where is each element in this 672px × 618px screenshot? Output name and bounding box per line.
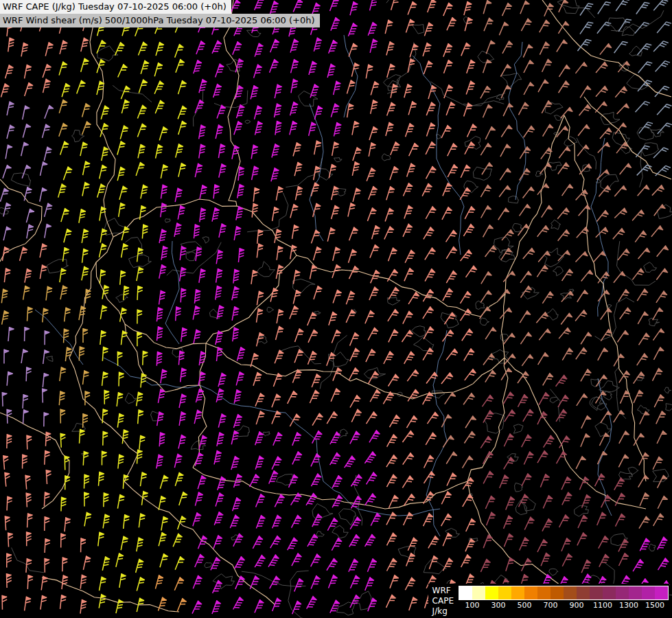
barb-staff — [615, 493, 626, 508]
wind-barb — [387, 533, 398, 548]
wind-barb — [368, 328, 379, 343]
barb-staff — [292, 451, 303, 466]
barb-staff — [503, 271, 516, 285]
legend-scale: 100300500700900110013001500 — [459, 586, 669, 611]
wind-barb — [446, 349, 459, 363]
wind-barb — [370, 244, 380, 260]
wind-barb — [1, 288, 8, 304]
barb-staff — [461, 291, 472, 306]
barb-staff — [558, 162, 570, 176]
wind-barb — [391, 84, 398, 99]
wind-barb — [3, 455, 10, 470]
wind-barb — [102, 147, 109, 162]
wind-barb — [333, 247, 341, 262]
wind-barb — [216, 347, 223, 362]
wind-barb — [559, 147, 572, 161]
wind-barb — [638, 475, 650, 490]
wind-barb — [193, 575, 203, 591]
cape-contour — [191, 440, 206, 450]
wind-barb — [43, 64, 52, 79]
wind-barb — [257, 229, 264, 244]
wind-barb — [20, 247, 29, 262]
wind-barb — [332, 330, 342, 345]
barb-staff — [540, 20, 551, 35]
wind-barb — [653, 328, 665, 343]
wind-barb — [85, 289, 91, 304]
wind-barb — [404, 205, 414, 220]
barb-staff — [480, 86, 491, 101]
wind-barb — [312, 473, 323, 488]
wind-barb — [372, 225, 381, 240]
wind-barb — [250, 575, 260, 591]
barb-staff — [520, 310, 531, 325]
legend-color-swatch — [590, 586, 603, 599]
wind-barb — [350, 517, 362, 532]
wind-barb — [601, 308, 613, 322]
wind-barb — [43, 388, 48, 402]
cape-contour — [72, 130, 84, 141]
barb-staff — [654, 204, 667, 218]
wind-barb — [597, 512, 607, 527]
wind-barb — [596, 86, 609, 100]
barb-staff — [292, 515, 303, 530]
cape-contour — [515, 483, 523, 492]
wind-barb — [428, 536, 440, 551]
wind-barb — [255, 105, 263, 120]
cape-legend: WRF CAPE J/kg 10030050070090011001300150… — [428, 584, 669, 617]
wind-barb — [599, 433, 610, 448]
barb-staff — [404, 352, 415, 367]
wind-barb — [600, 43, 613, 58]
barb-staff — [350, 517, 362, 532]
barb-staff — [483, 410, 494, 425]
wind-barb — [423, 347, 435, 363]
barb-staff — [423, 347, 435, 363]
wind-barb — [424, 227, 435, 242]
wind-barb — [539, 329, 552, 343]
barb-staff — [639, 333, 651, 347]
wind-barb — [26, 209, 35, 224]
country-border-line — [467, 481, 591, 591]
wind-barb — [118, 455, 124, 470]
barb-staff — [617, 330, 629, 345]
wind-barb — [443, 3, 454, 18]
wind-barb — [235, 85, 244, 100]
barb-staff — [422, 183, 432, 198]
wind-barb — [40, 244, 47, 259]
wind-barb — [60, 433, 67, 447]
wind-barb — [386, 122, 395, 137]
barb-staff — [539, 392, 550, 407]
barb-staff — [388, 309, 399, 324]
barb-staff — [637, 354, 649, 368]
wind-barb — [327, 227, 336, 242]
wind-barb — [218, 373, 227, 388]
wind-barb — [638, 312, 649, 327]
cape-contour — [649, 544, 656, 551]
wind-barb — [45, 432, 51, 446]
wind-barb — [558, 162, 570, 176]
barb-staff — [581, 332, 592, 347]
wind-barb — [426, 123, 436, 138]
wind-barb — [557, 208, 570, 222]
wind-barb — [311, 575, 321, 591]
wind-barb — [8, 327, 14, 342]
wind-barb — [60, 595, 67, 610]
cape-contour — [607, 305, 612, 308]
cape-contour — [644, 262, 657, 273]
wind-barb — [521, 19, 533, 34]
wind-barb — [446, 452, 458, 467]
barb-staff — [350, 595, 360, 610]
wind-barb — [255, 599, 265, 615]
wind-barb — [101, 106, 110, 121]
barb-staff — [499, 22, 509, 37]
barb-staff — [653, 514, 665, 529]
barb-staff — [634, 371, 646, 386]
barb-staff — [367, 472, 378, 487]
barb-staff — [577, 290, 589, 304]
wind-barb — [349, 534, 361, 549]
barb-staff — [441, 491, 452, 506]
barb-staff — [443, 183, 452, 198]
cape-contour — [245, 120, 251, 124]
cape-contour — [332, 525, 349, 538]
wind-barb — [176, 59, 185, 74]
barb-staff — [480, 436, 492, 450]
